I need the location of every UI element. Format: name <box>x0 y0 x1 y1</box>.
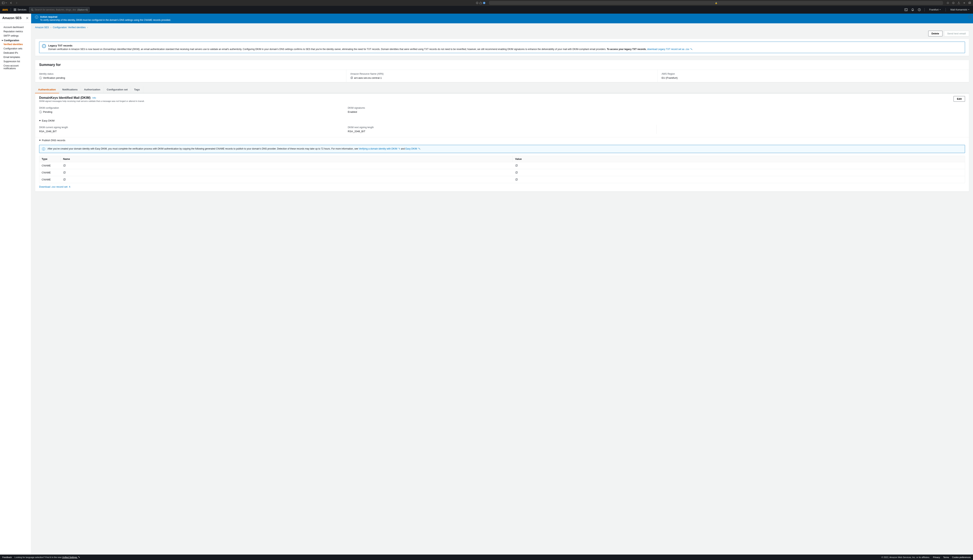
banner-body: To verify ownership of this identity, DK… <box>40 19 171 22</box>
dkim-config-label: DKIM configuration <box>39 107 348 109</box>
info-icon: i <box>42 44 46 48</box>
browser-toolbar: i 🔒 <box>0 0 973 6</box>
dkim-sig-value: Enabled <box>348 110 656 113</box>
easy-dkim-disclosure[interactable]: Easy DKIM <box>35 118 969 124</box>
svg-rect-24 <box>64 165 65 167</box>
services-menu[interactable]: Services <box>13 8 27 11</box>
reload-icon[interactable] <box>946 2 949 4</box>
svg-rect-12 <box>15 10 15 10</box>
cookie-prefs-link[interactable]: Cookie preferences <box>952 556 971 558</box>
feedback-link[interactable]: Feedback <box>2 556 12 558</box>
tab-authorization[interactable]: Authorization <box>81 86 104 93</box>
unified-settings-link[interactable]: Unified Settings <box>62 556 80 558</box>
sidebar-item-suppression-list[interactable]: Suppression list <box>0 59 31 63</box>
identity-status-value: Verification pending <box>39 77 342 79</box>
copy-icon[interactable] <box>63 171 65 174</box>
table-row: CNAME <box>39 176 965 183</box>
aws-footer: Feedback Looking for language selection?… <box>0 555 973 560</box>
sidebar-group-label: Configuration <box>4 39 19 42</box>
sidebar-item-verified-identities[interactable]: Verified identities <box>0 42 31 47</box>
copy-icon[interactable] <box>63 178 65 181</box>
tab-configuration-set[interactable]: Configuration set <box>104 86 131 93</box>
grid-icon <box>13 8 16 11</box>
sidebar-item-email-templates[interactable]: Email templates <box>0 55 31 59</box>
chevron-right-icon: › <box>87 26 88 29</box>
copy-icon[interactable] <box>515 164 518 167</box>
cloudshell-icon[interactable] <box>904 8 908 11</box>
detail-tabs: Authentication Notifications Authorizati… <box>35 86 969 93</box>
svg-rect-0 <box>2 2 5 4</box>
url-bar[interactable]: 🔒 <box>489 1 943 5</box>
sidebar-close[interactable] <box>26 17 28 20</box>
svg-rect-31 <box>516 172 517 173</box>
legacy-body: Domain verification in Amazon SES is now… <box>48 48 693 50</box>
copy-icon[interactable] <box>350 77 353 79</box>
sidebar: Amazon SES Account dashboard Reputation … <box>0 13 31 555</box>
services-label: Services <box>18 8 27 11</box>
back-button[interactable] <box>10 2 12 4</box>
arn-value: arn:aws:ses:eu-central-1 <box>350 77 654 79</box>
new-tab-icon[interactable] <box>963 2 966 4</box>
arn-label: Amazon Resource Name (ARN) <box>350 73 654 75</box>
home-icon[interactable] <box>479 2 482 4</box>
svg-point-17 <box>31 9 33 10</box>
breadcrumb-root[interactable]: Amazon SES <box>35 26 49 29</box>
delete-button[interactable]: Delete <box>928 31 943 37</box>
search-shortcut: [Option+S] <box>77 8 88 11</box>
tabs-icon[interactable] <box>968 2 971 4</box>
sidebar-group-configuration[interactable]: Configuration <box>0 38 31 42</box>
caret-down-icon <box>39 120 41 121</box>
svg-text:i: i <box>484 2 484 4</box>
identity-status-label: Identity status <box>39 73 342 75</box>
download-csv-link[interactable]: Download .csv record set <box>39 185 71 188</box>
help-icon[interactable]: ? <box>918 8 921 11</box>
sidebar-item-dashboard[interactable]: Account dashboard <box>0 25 31 29</box>
aws-logo[interactable]: aws <box>2 8 8 12</box>
privacy-link[interactable]: Privacy <box>933 556 940 558</box>
copy-icon[interactable] <box>515 171 518 174</box>
sidebar-item-dedicated-ips[interactable]: Dedicated IPs <box>0 51 31 55</box>
share-icon[interactable] <box>958 2 960 4</box>
download-legacy-txt-link[interactable]: download Legacy TXT record set as .csv <box>647 48 692 50</box>
tab-tags[interactable]: Tags <box>131 86 143 93</box>
legacy-title: Legacy TXT records <box>48 44 693 47</box>
user-menu[interactable]: Matt Komarnicki <box>949 8 971 11</box>
cell-value <box>513 162 965 169</box>
dkim-desc: DKIM-signed messages help receiving mail… <box>39 100 145 102</box>
cell-name <box>61 169 513 176</box>
notifications-icon[interactable] <box>911 8 914 11</box>
terms-link[interactable]: Terms <box>943 556 949 558</box>
info-panel-toggle[interactable]: i <box>968 15 972 19</box>
aws-search[interactable]: [Option+S] <box>29 7 90 12</box>
easy-dkim-link[interactable]: Easy DKIM <box>406 147 420 150</box>
edit-dkim-button[interactable]: Edit <box>953 96 965 102</box>
caret-down-icon <box>2 40 3 41</box>
lock-icon: 🔒 <box>715 2 717 4</box>
dns-note-box: i After you've created your domain ident… <box>39 145 965 153</box>
copy-icon[interactable] <box>63 164 65 167</box>
forward-button[interactable] <box>15 2 18 4</box>
site-info-icon[interactable]: i <box>483 2 485 4</box>
svg-rect-8 <box>14 8 14 9</box>
verify-domain-link[interactable]: Verifying a domain identity with DKIM <box>359 147 400 150</box>
sidebar-toggle[interactable] <box>2 2 7 4</box>
breadcrumb-section[interactable]: Configuration: Verified identities <box>53 26 85 29</box>
publish-dns-disclosure[interactable]: Publish DNS records <box>35 137 969 143</box>
region-selector[interactable]: Frankfurt <box>928 8 942 11</box>
tab-notifications[interactable]: Notifications <box>59 86 81 93</box>
download-icon[interactable] <box>952 2 955 4</box>
dkim-info-link[interactable]: Info <box>92 97 96 99</box>
sidebar-item-configuration-sets[interactable]: Configuration sets <box>0 47 31 51</box>
copy-icon[interactable] <box>515 178 518 181</box>
search-input[interactable] <box>35 8 77 11</box>
legacy-txt-panel: i Legacy TXT records Domain verification… <box>35 39 969 56</box>
external-link-icon <box>398 148 400 150</box>
shield-icon[interactable] <box>476 2 478 4</box>
sidebar-item-smtp[interactable]: SMTP settings <box>0 33 31 38</box>
tab-authentication[interactable]: Authentication <box>35 86 59 93</box>
sidebar-item-reputation[interactable]: Reputation metrics <box>0 29 31 33</box>
cell-name <box>61 176 513 183</box>
external-link-icon <box>78 556 80 558</box>
sidebar-item-cross-account[interactable]: Cross-account notifications <box>0 63 31 71</box>
region-label: Frankfurt <box>929 8 939 11</box>
